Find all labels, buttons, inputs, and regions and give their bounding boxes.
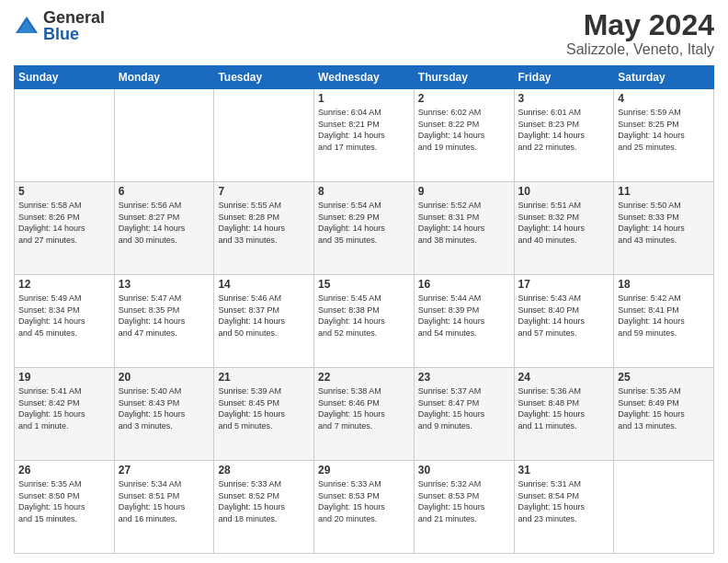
day-info: Sunrise: 5:45 AM Sunset: 8:38 PM Dayligh… [318, 293, 410, 339]
calendar-cell: 24Sunrise: 5:36 AM Sunset: 8:48 PM Dayli… [514, 368, 614, 461]
day-number: 20 [119, 371, 210, 384]
day-info: Sunrise: 5:59 AM Sunset: 8:25 PM Dayligh… [618, 107, 710, 153]
day-number: 16 [418, 278, 510, 291]
day-number: 31 [518, 464, 610, 477]
col-header-friday: Friday [514, 66, 614, 89]
calendar-cell: 31Sunrise: 5:31 AM Sunset: 8:54 PM Dayli… [514, 461, 614, 554]
calendar-cell: 28Sunrise: 5:33 AM Sunset: 8:52 PM Dayli… [214, 461, 314, 554]
day-info: Sunrise: 6:02 AM Sunset: 8:22 PM Dayligh… [418, 107, 510, 153]
col-header-saturday: Saturday [614, 66, 714, 89]
calendar-cell: 20Sunrise: 5:40 AM Sunset: 8:43 PM Dayli… [114, 368, 214, 461]
day-info: Sunrise: 5:38 AM Sunset: 8:46 PM Dayligh… [318, 385, 410, 431]
day-number: 17 [518, 278, 610, 291]
calendar-week-5: 26Sunrise: 5:35 AM Sunset: 8:50 PM Dayli… [15, 461, 714, 554]
calendar-cell [614, 461, 714, 554]
day-number: 13 [119, 278, 210, 291]
day-info: Sunrise: 5:36 AM Sunset: 8:48 PM Dayligh… [518, 385, 610, 431]
day-number: 10 [518, 185, 610, 198]
calendar-table: SundayMondayTuesdayWednesdayThursdayFrid… [14, 65, 714, 554]
day-number: 7 [218, 185, 310, 198]
calendar-cell: 9Sunrise: 5:52 AM Sunset: 8:31 PM Daylig… [414, 182, 514, 275]
calendar-cell: 17Sunrise: 5:43 AM Sunset: 8:40 PM Dayli… [514, 275, 614, 368]
calendar-cell: 11Sunrise: 5:50 AM Sunset: 8:33 PM Dayli… [614, 182, 714, 275]
day-info: Sunrise: 5:49 AM Sunset: 8:34 PM Dayligh… [18, 293, 110, 339]
day-number: 14 [218, 278, 310, 291]
day-info: Sunrise: 5:55 AM Sunset: 8:28 PM Dayligh… [218, 200, 310, 246]
logo-icon [14, 13, 40, 39]
day-number: 30 [418, 464, 510, 477]
day-info: Sunrise: 6:04 AM Sunset: 8:21 PM Dayligh… [318, 107, 410, 153]
month-year: May 2024 [566, 9, 714, 41]
day-info: Sunrise: 5:52 AM Sunset: 8:31 PM Dayligh… [418, 200, 510, 246]
calendar-week-3: 12Sunrise: 5:49 AM Sunset: 8:34 PM Dayli… [15, 275, 714, 368]
calendar-cell: 16Sunrise: 5:44 AM Sunset: 8:39 PM Dayli… [414, 275, 514, 368]
calendar-cell: 7Sunrise: 5:55 AM Sunset: 8:28 PM Daylig… [214, 182, 314, 275]
logo-general: General [43, 8, 105, 27]
calendar-cell: 25Sunrise: 5:35 AM Sunset: 8:49 PM Dayli… [614, 368, 714, 461]
day-info: Sunrise: 5:43 AM Sunset: 8:40 PM Dayligh… [518, 293, 610, 339]
calendar-week-1: 1Sunrise: 6:04 AM Sunset: 8:21 PM Daylig… [15, 89, 714, 182]
day-info: Sunrise: 5:37 AM Sunset: 8:47 PM Dayligh… [418, 385, 510, 431]
col-header-sunday: Sunday [15, 66, 115, 89]
day-info: Sunrise: 5:35 AM Sunset: 8:49 PM Dayligh… [618, 385, 710, 431]
calendar-cell: 12Sunrise: 5:49 AM Sunset: 8:34 PM Dayli… [15, 275, 115, 368]
calendar-cell: 26Sunrise: 5:35 AM Sunset: 8:50 PM Dayli… [15, 461, 115, 554]
day-info: Sunrise: 5:34 AM Sunset: 8:51 PM Dayligh… [119, 478, 210, 524]
title-block: May 2024 Salizzole, Veneto, Italy [566, 9, 714, 58]
day-number: 25 [618, 371, 710, 384]
col-header-thursday: Thursday [414, 66, 514, 89]
calendar-cell: 14Sunrise: 5:46 AM Sunset: 8:37 PM Dayli… [214, 275, 314, 368]
calendar-cell: 5Sunrise: 5:58 AM Sunset: 8:26 PM Daylig… [15, 182, 115, 275]
page: General Blue May 2024 Salizzole, Veneto,… [0, 0, 728, 563]
day-info: Sunrise: 5:44 AM Sunset: 8:39 PM Dayligh… [418, 293, 510, 339]
day-info: Sunrise: 5:50 AM Sunset: 8:33 PM Dayligh… [618, 200, 710, 246]
day-info: Sunrise: 5:42 AM Sunset: 8:41 PM Dayligh… [618, 293, 710, 339]
day-number: 11 [618, 185, 710, 198]
header: General Blue May 2024 Salizzole, Veneto,… [14, 9, 714, 58]
day-info: Sunrise: 5:46 AM Sunset: 8:37 PM Dayligh… [218, 293, 310, 339]
day-number: 23 [418, 371, 510, 384]
calendar-cell: 15Sunrise: 5:45 AM Sunset: 8:38 PM Dayli… [314, 275, 415, 368]
day-number: 3 [518, 92, 610, 105]
day-info: Sunrise: 5:31 AM Sunset: 8:54 PM Dayligh… [518, 478, 610, 524]
logo-text: General Blue [43, 9, 105, 42]
day-info: Sunrise: 5:39 AM Sunset: 8:45 PM Dayligh… [218, 385, 310, 431]
calendar-week-4: 19Sunrise: 5:41 AM Sunset: 8:42 PM Dayli… [15, 368, 714, 461]
calendar-header-row: SundayMondayTuesdayWednesdayThursdayFrid… [15, 66, 714, 89]
day-info: Sunrise: 5:32 AM Sunset: 8:53 PM Dayligh… [418, 478, 510, 524]
day-number: 26 [18, 464, 110, 477]
calendar-cell: 3Sunrise: 6:01 AM Sunset: 8:23 PM Daylig… [514, 89, 614, 182]
day-number: 5 [18, 185, 110, 198]
calendar-cell [15, 89, 115, 182]
calendar-cell: 10Sunrise: 5:51 AM Sunset: 8:32 PM Dayli… [514, 182, 614, 275]
calendar-cell: 8Sunrise: 5:54 AM Sunset: 8:29 PM Daylig… [314, 182, 415, 275]
logo-blue: Blue [43, 25, 79, 43]
day-number: 2 [418, 92, 510, 105]
day-number: 18 [618, 278, 710, 291]
day-number: 1 [318, 92, 410, 105]
day-info: Sunrise: 5:33 AM Sunset: 8:52 PM Dayligh… [218, 478, 310, 524]
day-info: Sunrise: 5:58 AM Sunset: 8:26 PM Dayligh… [18, 200, 110, 246]
calendar-cell: 19Sunrise: 5:41 AM Sunset: 8:42 PM Dayli… [15, 368, 115, 461]
day-info: Sunrise: 5:33 AM Sunset: 8:53 PM Dayligh… [318, 478, 410, 524]
calendar-cell: 23Sunrise: 5:37 AM Sunset: 8:47 PM Dayli… [414, 368, 514, 461]
calendar-cell: 21Sunrise: 5:39 AM Sunset: 8:45 PM Dayli… [214, 368, 314, 461]
day-number: 28 [218, 464, 310, 477]
calendar-cell: 18Sunrise: 5:42 AM Sunset: 8:41 PM Dayli… [614, 275, 714, 368]
day-number: 22 [318, 371, 410, 384]
calendar-week-2: 5Sunrise: 5:58 AM Sunset: 8:26 PM Daylig… [15, 182, 714, 275]
location: Salizzole, Veneto, Italy [566, 41, 714, 58]
calendar-cell: 13Sunrise: 5:47 AM Sunset: 8:35 PM Dayli… [114, 275, 214, 368]
day-info: Sunrise: 5:56 AM Sunset: 8:27 PM Dayligh… [119, 200, 210, 246]
col-header-tuesday: Tuesday [214, 66, 314, 89]
calendar-cell: 2Sunrise: 6:02 AM Sunset: 8:22 PM Daylig… [414, 89, 514, 182]
calendar-cell: 27Sunrise: 5:34 AM Sunset: 8:51 PM Dayli… [114, 461, 214, 554]
calendar-cell: 6Sunrise: 5:56 AM Sunset: 8:27 PM Daylig… [114, 182, 214, 275]
day-number: 8 [318, 185, 410, 198]
day-info: Sunrise: 5:51 AM Sunset: 8:32 PM Dayligh… [518, 200, 610, 246]
day-number: 9 [418, 185, 510, 198]
calendar-cell: 30Sunrise: 5:32 AM Sunset: 8:53 PM Dayli… [414, 461, 514, 554]
day-number: 29 [318, 464, 410, 477]
day-number: 19 [18, 371, 110, 384]
day-info: Sunrise: 5:40 AM Sunset: 8:43 PM Dayligh… [119, 385, 210, 431]
